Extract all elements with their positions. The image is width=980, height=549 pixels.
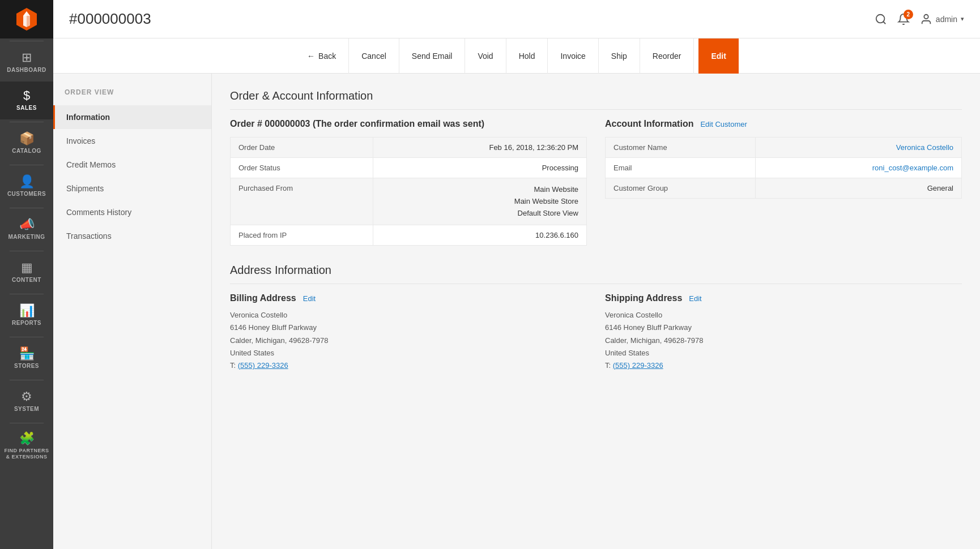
sidebar-item-system[interactable]: ⚙ SYSTEM: [0, 383, 53, 421]
sidebar-item-customers[interactable]: 👤 CUSTOMERS: [0, 168, 53, 205]
field-label: Order Status: [231, 158, 373, 178]
field-value: Processing: [373, 158, 587, 178]
reorder-button[interactable]: Reorder: [640, 38, 694, 74]
field-label: Purchased From: [231, 178, 373, 225]
field-label: Placed from IP: [231, 225, 373, 246]
hold-button[interactable]: Hold: [506, 38, 548, 74]
field-value: General: [755, 178, 961, 199]
send-email-label: Send Email: [412, 52, 453, 61]
table-row: Purchased From Main WebsiteMain Website …: [231, 178, 587, 225]
customer-email-link[interactable]: roni_cost@example.com: [872, 164, 953, 172]
nav-item-invoices[interactable]: Invoices: [53, 129, 211, 153]
reports-icon: 📊: [19, 304, 35, 317]
sidebar: ⊞ DASHBOARD $ SALES 📦 CATALOG 👤 CUSTOMER…: [0, 0, 53, 549]
billing-address-block: Billing Address Edit Veronica Costello 6…: [230, 293, 587, 371]
billing-edit-link[interactable]: Edit: [303, 294, 316, 303]
edit-button[interactable]: Edit: [698, 38, 738, 74]
shipping-address-title: Shipping Address Edit: [605, 293, 962, 303]
stores-icon: 🏪: [19, 348, 35, 360]
header-actions: 2 admin ▾: [875, 13, 964, 25]
sidebar-item-partners[interactable]: 🧩 FIND PARTNERS & EXTENSIONS: [0, 426, 53, 467]
billing-street: 6146 Honey Bluff Parkway: [230, 323, 317, 332]
sidebar-item-label: DASHBOARD: [7, 67, 46, 74]
table-row: Customer Name Veronica Costello: [606, 138, 962, 158]
sidebar-item-content[interactable]: ▦ CONTENT: [0, 254, 53, 291]
account-info-label: Account Information: [605, 119, 693, 129]
sidebar-divider: [10, 423, 44, 423]
sidebar-item-label: CUSTOMERS: [7, 191, 46, 198]
billing-phone-label: T:: [230, 361, 236, 370]
billing-phone-link[interactable]: (555) 229-3326: [238, 361, 288, 370]
nav-item-transactions[interactable]: Transactions: [53, 224, 211, 248]
purchased-from-value: Main WebsiteMain Website StoreDefault St…: [373, 178, 587, 225]
field-label: Order Date: [231, 138, 373, 158]
shipping-edit-link[interactable]: Edit: [689, 294, 701, 303]
reorder-label: Reorder: [653, 52, 681, 61]
address-section-title: Address Information: [230, 264, 962, 284]
sidebar-item-label: SALES: [16, 105, 37, 111]
field-value: Veronica Costello: [755, 138, 961, 158]
account-info-table: Customer Name Veronica Costello Email ro…: [605, 137, 962, 199]
billing-address-title: Billing Address Edit: [230, 293, 587, 303]
void-label: Void: [478, 52, 493, 61]
sidebar-item-label: CATALOG: [12, 148, 41, 155]
sidebar-item-reports[interactable]: 📊 REPORTS: [0, 297, 53, 334]
shipping-phone-label: T:: [605, 361, 611, 370]
svg-point-4: [876, 14, 885, 23]
search-button[interactable]: [875, 13, 887, 25]
sidebar-divider: [10, 251, 44, 251]
sidebar-item-marketing[interactable]: 📣 MARKETING: [0, 211, 53, 248]
billing-title-label: Billing Address: [230, 293, 296, 303]
main-area: #000000003 2 admin ▾ ← Back Cancel Sen: [53, 0, 980, 549]
invoice-label: Invoice: [560, 52, 585, 61]
nav-item-credit-memos[interactable]: Credit Memos: [53, 153, 211, 177]
billing-city-state: Calder, Michigan, 49628-7978: [230, 336, 328, 345]
table-row: Placed from IP 10.236.6.160: [231, 225, 587, 246]
admin-user-menu[interactable]: admin ▾: [920, 13, 964, 25]
customer-name-link[interactable]: Veronica Costello: [896, 143, 953, 152]
field-label: Email: [606, 158, 756, 178]
address-section: Address Information Billing Address Edit…: [230, 264, 962, 371]
billing-address-text: Veronica Costello 6146 Honey Bluff Parkw…: [230, 309, 587, 371]
sidebar-divider: [10, 165, 44, 165]
marketing-icon: 📣: [19, 218, 35, 231]
sidebar-item-catalog[interactable]: 📦 CATALOG: [0, 125, 53, 162]
nav-item-shipments[interactable]: Shipments: [53, 177, 211, 200]
shipping-name: Veronica Costello: [605, 311, 662, 319]
invoice-button[interactable]: Invoice: [548, 38, 598, 74]
order-account-grid: Order # 000000003 (The order confirmatio…: [230, 119, 962, 246]
cancel-button[interactable]: Cancel: [349, 38, 399, 74]
dropdown-arrow-icon: ▾: [961, 15, 964, 23]
account-info-title: Account Information Edit Customer: [605, 119, 962, 129]
shipping-street: 6146 Honey Bluff Parkway: [605, 323, 692, 332]
action-toolbar: ← Back Cancel Send Email Void Hold Invoi…: [53, 38, 980, 74]
sales-icon: $: [23, 89, 30, 102]
send-email-button[interactable]: Send Email: [399, 38, 466, 74]
billing-name: Veronica Costello: [230, 311, 287, 319]
sidebar-item-label: FIND PARTNERS & EXTENSIONS: [3, 448, 50, 460]
order-info-block: Order # 000000003 (The order confirmatio…: [230, 119, 587, 246]
sidebar-item-dashboard[interactable]: ⊞ DASHBOARD: [0, 44, 53, 82]
left-nav: ORDER VIEW Information Invoices Credit M…: [53, 74, 212, 549]
svg-point-6: [924, 14, 928, 18]
svg-line-5: [883, 22, 885, 24]
top-header: #000000003 2 admin ▾: [53, 0, 980, 38]
shipping-phone-link[interactable]: (555) 229-3326: [613, 361, 663, 370]
edit-customer-link[interactable]: Edit Customer: [700, 120, 747, 128]
ship-button[interactable]: Ship: [599, 38, 640, 74]
order-info-table: Order Date Feb 16, 2018, 12:36:20 PM Ord…: [230, 137, 587, 246]
back-button[interactable]: ← Back: [295, 38, 349, 74]
sidebar-item-stores[interactable]: 🏪 STORES: [0, 340, 53, 378]
sidebar-item-sales[interactable]: $ SALES: [0, 82, 53, 119]
notifications-button[interactable]: 2: [897, 13, 910, 25]
shipping-address-text: Veronica Costello 6146 Honey Bluff Parkw…: [605, 309, 962, 371]
table-row: Order Status Processing: [231, 158, 587, 178]
address-grid: Billing Address Edit Veronica Costello 6…: [230, 293, 962, 371]
catalog-icon: 📦: [19, 132, 35, 145]
nav-item-comments-history[interactable]: Comments History: [53, 200, 211, 224]
void-button[interactable]: Void: [465, 38, 506, 74]
shipping-city-state: Calder, Michigan, 49628-7978: [605, 336, 703, 345]
sidebar-divider: [10, 41, 44, 41]
field-label: Customer Group: [606, 178, 756, 199]
nav-item-information[interactable]: Information: [53, 105, 211, 129]
